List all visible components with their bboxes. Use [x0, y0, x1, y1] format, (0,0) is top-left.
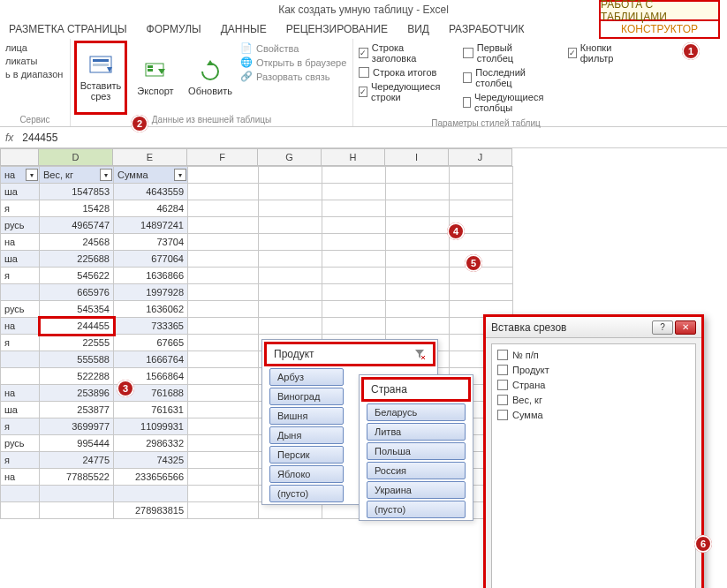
cell[interactable]: на [1, 318, 40, 335]
insert-slicers-dialog[interactable]: Вставка срезов ? ✕ № п/пПродуктСтранаВес… [483, 314, 704, 588]
help-button[interactable]: ? [652, 320, 673, 335]
cell[interactable]: ша [1, 184, 40, 200]
tab-page-layout[interactable]: РАЗМЕТКА СТРАНИЦЫ [9, 23, 127, 35]
cell[interactable] [1, 351, 40, 368]
tab-developer[interactable]: РАЗРАБОТЧИК [449, 23, 525, 35]
opt-filter-buttons[interactable]: ✓Кнопки фильтр [568, 42, 616, 64]
cell[interactable]: 545622 [40, 268, 114, 284]
cell[interactable]: 555588 [40, 351, 114, 368]
cell[interactable]: 253877 [40, 402, 114, 418]
cell[interactable]: 15428 [40, 200, 114, 217]
cell[interactable]: 11099931 [114, 418, 188, 435]
cell[interactable] [40, 502, 114, 519]
cell[interactable] [1, 368, 40, 385]
slicer-item[interactable]: (пусто) [367, 501, 466, 518]
col-header[interactable]: E [113, 148, 187, 166]
slicer-item[interactable]: Дыня [269, 426, 344, 444]
dialog-option[interactable]: Страна [497, 380, 690, 390]
col-header[interactable] [0, 148, 39, 166]
cell[interactable]: 4965747 [40, 217, 114, 234]
opt-totals-row[interactable]: Строка итогов [359, 67, 442, 78]
cell[interactable]: на [1, 385, 40, 402]
col-header[interactable]: G [258, 148, 322, 166]
dialog-option[interactable]: № п/п [497, 350, 690, 360]
slicer-item[interactable]: Польша [367, 442, 466, 460]
cell[interactable]: 22555 [40, 335, 114, 351]
slicer-item[interactable]: Россия [367, 462, 466, 479]
cell[interactable] [1, 486, 40, 502]
cell[interactable]: 665976 [40, 284, 114, 301]
slicer-item[interactable]: Арбуз [269, 368, 344, 386]
cell[interactable] [1, 502, 40, 519]
slicer-item[interactable]: Яблоко [269, 465, 344, 483]
cell[interactable]: ша [1, 402, 40, 418]
col-header[interactable]: D [39, 148, 113, 166]
cell[interactable]: 74325 [114, 452, 188, 469]
cell[interactable]: 995444 [40, 435, 114, 452]
slicer-item[interactable]: Вишня [269, 407, 344, 425]
cell[interactable]: 545354 [40, 301, 114, 318]
col-header[interactable]: F [187, 148, 258, 166]
cell[interactable]: 1997928 [114, 284, 188, 301]
cell[interactable]: 14897241 [114, 217, 188, 234]
cell[interactable]: 677064 [114, 251, 188, 268]
tab-view[interactable]: ВИД [407, 23, 429, 35]
table-header-cell[interactable]: Вес, кг▾ [40, 167, 114, 184]
filter-dropdown-icon[interactable]: ▾ [26, 169, 38, 181]
opt-banded-rows[interactable]: ✓Чередующиеся строки [359, 81, 442, 102]
slicer-country[interactable]: Страна БеларусьЛитваПольшаРоссияУкраина(… [359, 374, 473, 521]
clear-filter-icon[interactable] [413, 348, 426, 360]
formula-value[interactable]: 244455 [22, 132, 57, 144]
table-header-cell[interactable]: Сумма▾ [114, 167, 188, 184]
slicer-item[interactable]: Персик [269, 446, 344, 464]
cell[interactable] [1, 284, 40, 301]
service-item[interactable]: ь в диапазон [5, 69, 64, 79]
cell[interactable]: 1636062 [114, 301, 188, 318]
cell[interactable]: ша [1, 251, 40, 268]
filter-dropdown-icon[interactable]: ▾ [100, 169, 112, 181]
col-header[interactable]: I [385, 148, 449, 166]
export-button[interactable]: Экспорт [131, 42, 180, 113]
tab-data[interactable]: ДАННЫЕ [221, 23, 267, 35]
cell[interactable]: 1666764 [114, 351, 188, 368]
cell[interactable]: 73704 [114, 234, 188, 251]
col-header[interactable]: J [449, 148, 512, 166]
cell[interactable]: 225688 [40, 251, 114, 268]
cell[interactable]: 3699977 [40, 418, 114, 435]
table-header-cell[interactable]: на▾ [1, 167, 40, 184]
slicer-item[interactable]: (пусто) [269, 485, 344, 502]
cell[interactable]: 244455 [40, 318, 114, 335]
cell[interactable]: 77885522 [40, 469, 114, 486]
col-header[interactable]: H [322, 148, 385, 166]
cell[interactable]: 522288 [40, 368, 114, 385]
cell[interactable]: я [1, 200, 40, 217]
cell[interactable]: 1547853 [40, 184, 114, 200]
cell[interactable]: 1636866 [114, 268, 188, 284]
cell[interactable]: я [1, 452, 40, 469]
cell[interactable] [114, 486, 188, 502]
slicer-item[interactable]: Украина [367, 481, 466, 499]
cell[interactable]: я [1, 418, 40, 435]
filter-dropdown-icon[interactable]: ▾ [174, 169, 186, 181]
slicer-item[interactable]: Литва [367, 423, 466, 441]
cell[interactable]: 761631 [114, 402, 188, 418]
cell[interactable]: 67665 [114, 335, 188, 351]
cell[interactable]: 253896 [40, 385, 114, 402]
opt-first-col[interactable]: Первый столбец [463, 42, 546, 64]
tab-review[interactable]: РЕЦЕНЗИРОВАНИЕ [286, 23, 388, 35]
cell[interactable]: русь [1, 217, 40, 234]
cell[interactable]: я [1, 335, 40, 351]
cell[interactable]: 4643559 [114, 184, 188, 200]
dialog-option[interactable]: Продукт [497, 365, 690, 375]
insert-slicer-button[interactable]: Вставить срез [76, 42, 125, 113]
cell[interactable]: 24568 [40, 234, 114, 251]
service-item[interactable]: ликаты [5, 56, 64, 66]
cell[interactable]: русь [1, 435, 40, 452]
cell[interactable]: я [1, 268, 40, 284]
service-item[interactable]: лица [5, 42, 64, 53]
dialog-option[interactable]: Сумма [497, 410, 690, 420]
cell[interactable]: 278983815 [114, 502, 188, 519]
cell[interactable]: на [1, 469, 40, 486]
cell[interactable]: 233656566 [114, 469, 188, 486]
slicer-item[interactable]: Виноград [269, 388, 344, 405]
